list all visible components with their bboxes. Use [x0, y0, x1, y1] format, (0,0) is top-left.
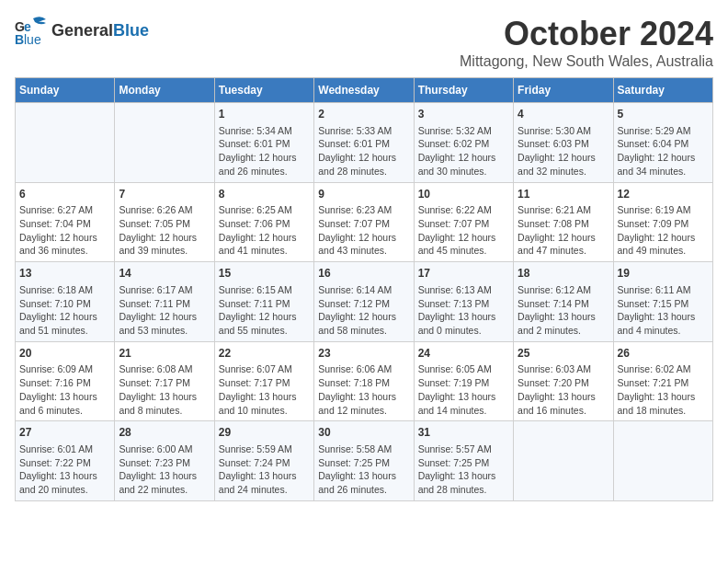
cell-content: Sunrise: 6:14 AM Sunset: 7:12 PM Dayligh…	[318, 283, 409, 338]
cell-content: Sunrise: 6:08 AM Sunset: 7:17 PM Dayligh…	[119, 362, 210, 417]
calendar-cell: 20Sunrise: 6:09 AM Sunset: 7:16 PM Dayli…	[16, 341, 115, 421]
calendar-week-1: 1Sunrise: 5:34 AM Sunset: 6:01 PM Daylig…	[16, 103, 713, 183]
column-header-wednesday: Wednesday	[314, 78, 414, 103]
calendar-cell: 12Sunrise: 6:19 AM Sunset: 7:09 PM Dayli…	[613, 182, 712, 262]
calendar-cell: 7Sunrise: 6:26 AM Sunset: 7:05 PM Daylig…	[115, 182, 214, 262]
column-header-friday: Friday	[514, 78, 613, 103]
cell-content: Sunrise: 5:29 AM Sunset: 6:04 PM Dayligh…	[618, 124, 709, 178]
cell-content: Sunrise: 5:34 AM Sunset: 6:01 PM Dayligh…	[219, 124, 310, 178]
day-number: 3	[418, 107, 509, 122]
cell-content: Sunrise: 6:15 AM Sunset: 7:11 PM Dayligh…	[219, 283, 310, 338]
cell-content: Sunrise: 6:03 AM Sunset: 7:20 PM Dayligh…	[518, 362, 609, 417]
cell-content: Sunrise: 6:02 AM Sunset: 7:21 PM Dayligh…	[618, 362, 709, 417]
calendar-cell: 14Sunrise: 6:17 AM Sunset: 7:11 PM Dayli…	[115, 262, 214, 342]
day-number: 18	[518, 266, 609, 282]
day-number: 25	[518, 346, 609, 362]
day-number: 2	[318, 107, 409, 122]
calendar-cell	[115, 103, 214, 183]
cell-content: Sunrise: 6:19 AM Sunset: 7:09 PM Dayligh…	[618, 203, 709, 258]
calendar-table: SundayMondayTuesdayWednesdayThursdayFrid…	[15, 77, 713, 501]
calendar-subtitle: Mittagong, New South Wales, Australia	[460, 53, 713, 70]
calendar-cell: 25Sunrise: 6:03 AM Sunset: 7:20 PM Dayli…	[514, 341, 613, 421]
calendar-cell: 13Sunrise: 6:18 AM Sunset: 7:10 PM Dayli…	[16, 262, 115, 342]
day-number: 19	[618, 266, 709, 282]
day-number: 10	[418, 187, 509, 202]
calendar-cell: 31Sunrise: 5:57 AM Sunset: 7:25 PM Dayli…	[414, 421, 513, 501]
cell-content: Sunrise: 6:05 AM Sunset: 7:19 PM Dayligh…	[418, 362, 509, 417]
calendar-cell: 18Sunrise: 6:12 AM Sunset: 7:14 PM Dayli…	[514, 262, 613, 342]
cell-content: Sunrise: 6:12 AM Sunset: 7:14 PM Dayligh…	[518, 283, 609, 338]
title-block: October 2024 Mittagong, New South Wales,…	[460, 15, 713, 70]
cell-content: Sunrise: 6:01 AM Sunset: 7:22 PM Dayligh…	[19, 442, 110, 497]
day-number: 6	[19, 187, 110, 202]
calendar-cell: 22Sunrise: 6:07 AM Sunset: 7:17 PM Dayli…	[214, 341, 313, 421]
day-number: 11	[518, 187, 609, 202]
cell-content: Sunrise: 5:33 AM Sunset: 6:01 PM Dayligh…	[318, 124, 409, 178]
day-number: 24	[418, 346, 509, 362]
cell-content: Sunrise: 6:21 AM Sunset: 7:08 PM Dayligh…	[518, 203, 609, 258]
calendar-cell: 11Sunrise: 6:21 AM Sunset: 7:08 PM Dayli…	[514, 182, 613, 262]
page-header: G e B lue GeneralBlue October 2024 Mitta…	[15, 15, 713, 70]
day-number: 20	[19, 346, 110, 362]
logo-general: General	[51, 21, 113, 40]
calendar-cell: 16Sunrise: 6:14 AM Sunset: 7:12 PM Dayli…	[314, 262, 414, 342]
logo-icon: G e B lue	[15, 15, 48, 48]
calendar-cell	[514, 421, 613, 501]
day-number: 12	[618, 187, 709, 202]
column-header-saturday: Saturday	[613, 78, 712, 103]
column-header-sunday: Sunday	[16, 78, 115, 103]
calendar-cell	[613, 421, 712, 501]
cell-content: Sunrise: 6:13 AM Sunset: 7:13 PM Dayligh…	[418, 283, 509, 338]
calendar-cell: 24Sunrise: 6:05 AM Sunset: 7:19 PM Dayli…	[414, 341, 513, 421]
cell-content: Sunrise: 5:57 AM Sunset: 7:25 PM Dayligh…	[418, 442, 509, 497]
cell-content: Sunrise: 6:06 AM Sunset: 7:18 PM Dayligh…	[318, 362, 409, 417]
cell-content: Sunrise: 6:18 AM Sunset: 7:10 PM Dayligh…	[19, 283, 110, 338]
day-number: 13	[19, 266, 110, 282]
day-number: 21	[119, 346, 210, 362]
cell-content: Sunrise: 5:30 AM Sunset: 6:03 PM Dayligh…	[518, 124, 609, 178]
calendar-cell: 17Sunrise: 6:13 AM Sunset: 7:13 PM Dayli…	[414, 262, 513, 342]
cell-content: Sunrise: 6:23 AM Sunset: 7:07 PM Dayligh…	[318, 203, 409, 258]
column-header-monday: Monday	[115, 78, 214, 103]
day-number: 4	[518, 107, 609, 122]
calendar-week-4: 20Sunrise: 6:09 AM Sunset: 7:16 PM Dayli…	[16, 341, 713, 421]
calendar-cell: 6Sunrise: 6:27 AM Sunset: 7:04 PM Daylig…	[16, 182, 115, 262]
calendar-cell: 1Sunrise: 5:34 AM Sunset: 6:01 PM Daylig…	[214, 103, 313, 183]
cell-content: Sunrise: 6:00 AM Sunset: 7:23 PM Dayligh…	[119, 442, 210, 497]
calendar-cell: 2Sunrise: 5:33 AM Sunset: 6:01 PM Daylig…	[314, 103, 414, 183]
day-number: 16	[318, 266, 409, 282]
day-number: 28	[119, 425, 210, 441]
day-number: 7	[119, 187, 210, 202]
calendar-cell: 15Sunrise: 6:15 AM Sunset: 7:11 PM Dayli…	[214, 262, 313, 342]
column-header-thursday: Thursday	[414, 78, 513, 103]
cell-content: Sunrise: 6:07 AM Sunset: 7:17 PM Dayligh…	[219, 362, 310, 417]
cell-content: Sunrise: 5:58 AM Sunset: 7:25 PM Dayligh…	[318, 442, 409, 497]
column-header-tuesday: Tuesday	[214, 78, 313, 103]
cell-content: Sunrise: 6:11 AM Sunset: 7:15 PM Dayligh…	[618, 283, 709, 338]
day-number: 1	[219, 107, 310, 122]
day-number: 17	[418, 266, 509, 282]
calendar-cell: 8Sunrise: 6:25 AM Sunset: 7:06 PM Daylig…	[214, 182, 313, 262]
calendar-cell: 29Sunrise: 5:59 AM Sunset: 7:24 PM Dayli…	[214, 421, 313, 501]
day-number: 27	[19, 425, 110, 441]
calendar-week-2: 6Sunrise: 6:27 AM Sunset: 7:04 PM Daylig…	[16, 182, 713, 262]
day-number: 26	[618, 346, 709, 362]
calendar-title: October 2024	[460, 15, 713, 53]
day-number: 30	[318, 425, 409, 441]
logo: G e B lue GeneralBlue	[15, 15, 149, 48]
svg-text:lue: lue	[24, 32, 41, 47]
cell-content: Sunrise: 6:27 AM Sunset: 7:04 PM Dayligh…	[19, 203, 110, 258]
calendar-cell: 21Sunrise: 6:08 AM Sunset: 7:17 PM Dayli…	[115, 341, 214, 421]
calendar-cell: 10Sunrise: 6:22 AM Sunset: 7:07 PM Dayli…	[414, 182, 513, 262]
calendar-cell: 26Sunrise: 6:02 AM Sunset: 7:21 PM Dayli…	[613, 341, 712, 421]
calendar-cell: 27Sunrise: 6:01 AM Sunset: 7:22 PM Dayli…	[16, 421, 115, 501]
calendar-week-3: 13Sunrise: 6:18 AM Sunset: 7:10 PM Dayli…	[16, 262, 713, 342]
cell-content: Sunrise: 5:32 AM Sunset: 6:02 PM Dayligh…	[418, 124, 509, 178]
day-number: 15	[219, 266, 310, 282]
calendar-cell	[16, 103, 115, 183]
day-number: 14	[119, 266, 210, 282]
day-number: 8	[219, 187, 310, 202]
calendar-cell: 5Sunrise: 5:29 AM Sunset: 6:04 PM Daylig…	[613, 103, 712, 183]
cell-content: Sunrise: 6:09 AM Sunset: 7:16 PM Dayligh…	[19, 362, 110, 417]
day-number: 23	[318, 346, 409, 362]
